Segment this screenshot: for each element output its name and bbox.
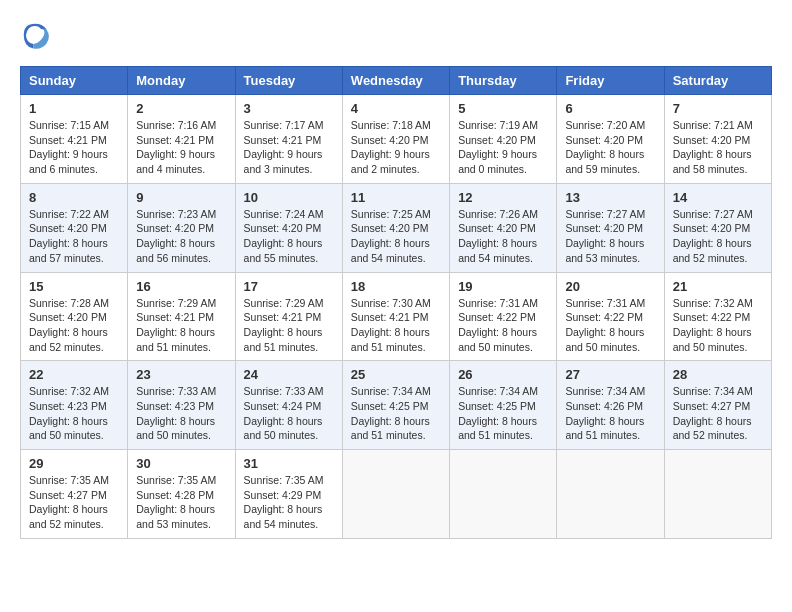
day-info: Sunrise: 7:34 AM Sunset: 4:25 PM Dayligh… xyxy=(458,384,548,443)
day-info: Sunrise: 7:35 AM Sunset: 4:29 PM Dayligh… xyxy=(244,473,334,532)
day-number: 29 xyxy=(29,456,119,471)
calendar-day-cell: 30Sunrise: 7:35 AM Sunset: 4:28 PM Dayli… xyxy=(128,450,235,539)
calendar-day-cell: 27Sunrise: 7:34 AM Sunset: 4:26 PM Dayli… xyxy=(557,361,664,450)
day-info: Sunrise: 7:27 AM Sunset: 4:20 PM Dayligh… xyxy=(673,207,763,266)
calendar-day-cell: 7Sunrise: 7:21 AM Sunset: 4:20 PM Daylig… xyxy=(664,95,771,184)
calendar-header-row: SundayMondayTuesdayWednesdayThursdayFrid… xyxy=(21,67,772,95)
day-number: 23 xyxy=(136,367,226,382)
calendar-day-cell: 21Sunrise: 7:32 AM Sunset: 4:22 PM Dayli… xyxy=(664,272,771,361)
day-info: Sunrise: 7:16 AM Sunset: 4:21 PM Dayligh… xyxy=(136,118,226,177)
day-number: 18 xyxy=(351,279,441,294)
calendar-day-cell: 19Sunrise: 7:31 AM Sunset: 4:22 PM Dayli… xyxy=(450,272,557,361)
calendar-day-cell xyxy=(450,450,557,539)
day-number: 5 xyxy=(458,101,548,116)
day-number: 15 xyxy=(29,279,119,294)
calendar-day-cell: 8Sunrise: 7:22 AM Sunset: 4:20 PM Daylig… xyxy=(21,183,128,272)
logo-icon xyxy=(20,20,50,50)
day-info: Sunrise: 7:18 AM Sunset: 4:20 PM Dayligh… xyxy=(351,118,441,177)
calendar-day-cell: 9Sunrise: 7:23 AM Sunset: 4:20 PM Daylig… xyxy=(128,183,235,272)
day-number: 2 xyxy=(136,101,226,116)
day-number: 10 xyxy=(244,190,334,205)
calendar-week-row: 1Sunrise: 7:15 AM Sunset: 4:21 PM Daylig… xyxy=(21,95,772,184)
day-info: Sunrise: 7:34 AM Sunset: 4:27 PM Dayligh… xyxy=(673,384,763,443)
logo xyxy=(20,20,54,50)
calendar-day-header: Friday xyxy=(557,67,664,95)
calendar-day-header: Monday xyxy=(128,67,235,95)
day-info: Sunrise: 7:31 AM Sunset: 4:22 PM Dayligh… xyxy=(458,296,548,355)
day-info: Sunrise: 7:31 AM Sunset: 4:22 PM Dayligh… xyxy=(565,296,655,355)
day-info: Sunrise: 7:19 AM Sunset: 4:20 PM Dayligh… xyxy=(458,118,548,177)
day-info: Sunrise: 7:21 AM Sunset: 4:20 PM Dayligh… xyxy=(673,118,763,177)
calendar-day-cell: 15Sunrise: 7:28 AM Sunset: 4:20 PM Dayli… xyxy=(21,272,128,361)
calendar-week-row: 8Sunrise: 7:22 AM Sunset: 4:20 PM Daylig… xyxy=(21,183,772,272)
calendar-day-cell xyxy=(557,450,664,539)
day-info: Sunrise: 7:33 AM Sunset: 4:24 PM Dayligh… xyxy=(244,384,334,443)
day-number: 7 xyxy=(673,101,763,116)
calendar-day-cell: 17Sunrise: 7:29 AM Sunset: 4:21 PM Dayli… xyxy=(235,272,342,361)
day-number: 30 xyxy=(136,456,226,471)
day-number: 21 xyxy=(673,279,763,294)
day-info: Sunrise: 7:17 AM Sunset: 4:21 PM Dayligh… xyxy=(244,118,334,177)
calendar-day-cell: 1Sunrise: 7:15 AM Sunset: 4:21 PM Daylig… xyxy=(21,95,128,184)
calendar-day-cell: 29Sunrise: 7:35 AM Sunset: 4:27 PM Dayli… xyxy=(21,450,128,539)
calendar-day-cell: 31Sunrise: 7:35 AM Sunset: 4:29 PM Dayli… xyxy=(235,450,342,539)
day-number: 19 xyxy=(458,279,548,294)
calendar-week-row: 29Sunrise: 7:35 AM Sunset: 4:27 PM Dayli… xyxy=(21,450,772,539)
day-info: Sunrise: 7:34 AM Sunset: 4:25 PM Dayligh… xyxy=(351,384,441,443)
calendar-week-row: 15Sunrise: 7:28 AM Sunset: 4:20 PM Dayli… xyxy=(21,272,772,361)
day-number: 1 xyxy=(29,101,119,116)
day-info: Sunrise: 7:34 AM Sunset: 4:26 PM Dayligh… xyxy=(565,384,655,443)
day-number: 22 xyxy=(29,367,119,382)
calendar-day-cell: 5Sunrise: 7:19 AM Sunset: 4:20 PM Daylig… xyxy=(450,95,557,184)
day-number: 11 xyxy=(351,190,441,205)
calendar-day-cell: 22Sunrise: 7:32 AM Sunset: 4:23 PM Dayli… xyxy=(21,361,128,450)
day-number: 6 xyxy=(565,101,655,116)
calendar-day-header: Tuesday xyxy=(235,67,342,95)
day-number: 8 xyxy=(29,190,119,205)
calendar-day-header: Thursday xyxy=(450,67,557,95)
calendar-day-cell xyxy=(342,450,449,539)
day-number: 17 xyxy=(244,279,334,294)
calendar-day-cell: 23Sunrise: 7:33 AM Sunset: 4:23 PM Dayli… xyxy=(128,361,235,450)
day-info: Sunrise: 7:20 AM Sunset: 4:20 PM Dayligh… xyxy=(565,118,655,177)
day-info: Sunrise: 7:25 AM Sunset: 4:20 PM Dayligh… xyxy=(351,207,441,266)
calendar-table: SundayMondayTuesdayWednesdayThursdayFrid… xyxy=(20,66,772,539)
calendar-day-cell: 12Sunrise: 7:26 AM Sunset: 4:20 PM Dayli… xyxy=(450,183,557,272)
day-info: Sunrise: 7:29 AM Sunset: 4:21 PM Dayligh… xyxy=(244,296,334,355)
calendar-week-row: 22Sunrise: 7:32 AM Sunset: 4:23 PM Dayli… xyxy=(21,361,772,450)
day-number: 20 xyxy=(565,279,655,294)
day-info: Sunrise: 7:15 AM Sunset: 4:21 PM Dayligh… xyxy=(29,118,119,177)
calendar-day-cell: 28Sunrise: 7:34 AM Sunset: 4:27 PM Dayli… xyxy=(664,361,771,450)
day-info: Sunrise: 7:30 AM Sunset: 4:21 PM Dayligh… xyxy=(351,296,441,355)
day-number: 14 xyxy=(673,190,763,205)
day-number: 12 xyxy=(458,190,548,205)
calendar-day-cell: 6Sunrise: 7:20 AM Sunset: 4:20 PM Daylig… xyxy=(557,95,664,184)
day-info: Sunrise: 7:23 AM Sunset: 4:20 PM Dayligh… xyxy=(136,207,226,266)
day-info: Sunrise: 7:22 AM Sunset: 4:20 PM Dayligh… xyxy=(29,207,119,266)
day-number: 16 xyxy=(136,279,226,294)
day-number: 27 xyxy=(565,367,655,382)
day-number: 28 xyxy=(673,367,763,382)
day-number: 25 xyxy=(351,367,441,382)
day-number: 4 xyxy=(351,101,441,116)
calendar-day-cell: 16Sunrise: 7:29 AM Sunset: 4:21 PM Dayli… xyxy=(128,272,235,361)
calendar-day-header: Wednesday xyxy=(342,67,449,95)
day-info: Sunrise: 7:26 AM Sunset: 4:20 PM Dayligh… xyxy=(458,207,548,266)
calendar-day-header: Saturday xyxy=(664,67,771,95)
day-info: Sunrise: 7:29 AM Sunset: 4:21 PM Dayligh… xyxy=(136,296,226,355)
calendar-day-header: Sunday xyxy=(21,67,128,95)
calendar-day-cell: 10Sunrise: 7:24 AM Sunset: 4:20 PM Dayli… xyxy=(235,183,342,272)
day-info: Sunrise: 7:35 AM Sunset: 4:27 PM Dayligh… xyxy=(29,473,119,532)
calendar-day-cell: 25Sunrise: 7:34 AM Sunset: 4:25 PM Dayli… xyxy=(342,361,449,450)
calendar-day-cell: 3Sunrise: 7:17 AM Sunset: 4:21 PM Daylig… xyxy=(235,95,342,184)
page-header xyxy=(20,20,772,50)
calendar-day-cell: 26Sunrise: 7:34 AM Sunset: 4:25 PM Dayli… xyxy=(450,361,557,450)
day-number: 31 xyxy=(244,456,334,471)
calendar-day-cell: 20Sunrise: 7:31 AM Sunset: 4:22 PM Dayli… xyxy=(557,272,664,361)
day-info: Sunrise: 7:32 AM Sunset: 4:22 PM Dayligh… xyxy=(673,296,763,355)
day-number: 13 xyxy=(565,190,655,205)
day-info: Sunrise: 7:28 AM Sunset: 4:20 PM Dayligh… xyxy=(29,296,119,355)
calendar-day-cell: 4Sunrise: 7:18 AM Sunset: 4:20 PM Daylig… xyxy=(342,95,449,184)
day-info: Sunrise: 7:27 AM Sunset: 4:20 PM Dayligh… xyxy=(565,207,655,266)
calendar-day-cell: 2Sunrise: 7:16 AM Sunset: 4:21 PM Daylig… xyxy=(128,95,235,184)
